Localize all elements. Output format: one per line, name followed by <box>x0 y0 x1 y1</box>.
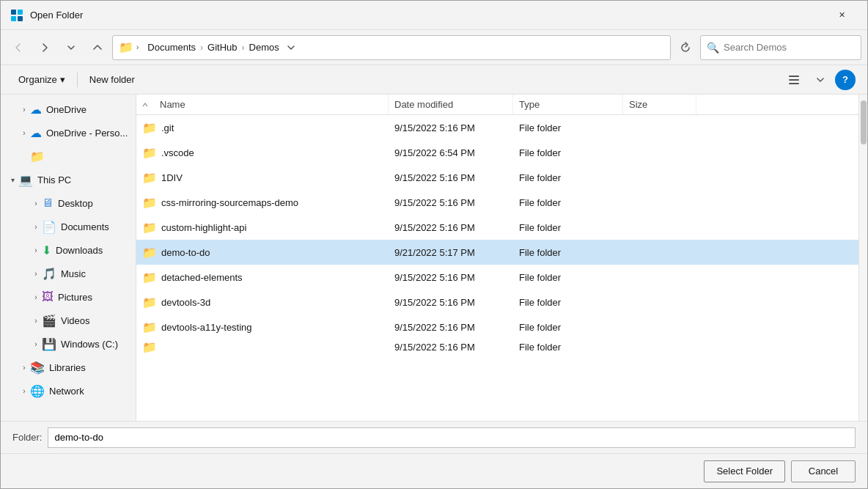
view-options-button[interactable] <box>782 70 806 90</box>
desktop-icon: 🖥 <box>42 196 54 210</box>
file-date-cell: 9/15/2022 5:16 PM <box>389 339 513 354</box>
table-row[interactable]: 📁 devtools-3d 9/15/2022 5:16 PM File fol… <box>136 290 858 315</box>
file-date-cell: 9/15/2022 6:54 PM <box>389 140 513 165</box>
sidebar-item-selected-folder[interactable]: 📁 <box>1 144 136 168</box>
sidebar-item-this-pc[interactable]: ▾ 💻 This PC <box>1 168 136 191</box>
sidebar-label-documents: Documents <box>61 221 109 232</box>
file-size-cell <box>623 339 696 354</box>
table-row[interactable]: 📁 custom-highlight-api 9/15/2022 5:16 PM… <box>136 215 858 240</box>
svg-rect-3 <box>18 16 23 21</box>
file-size-cell <box>623 140 696 165</box>
address-chevron: › <box>136 43 139 51</box>
cancel-button[interactable]: Cancel <box>791 460 856 482</box>
table-row[interactable]: 📁 9/15/2022 5:16 PM File folder <box>136 339 858 354</box>
table-row[interactable]: 📁 devtools-a11y-testing 9/15/2022 5:16 P… <box>136 315 858 339</box>
file-size-cell <box>623 265 696 290</box>
sidebar-label-onedrive-personal: OneDrive - Perso... <box>46 128 128 139</box>
folder-label: Folder: <box>12 432 42 443</box>
table-row[interactable]: 📁 detached-elements 9/15/2022 5:16 PM Fi… <box>136 265 858 290</box>
table-row[interactable]: 📁 demo-to-do 9/21/2022 5:17 PM File fold… <box>136 240 858 265</box>
svg-rect-1 <box>18 10 23 15</box>
file-name-cell: 📁 1DIV <box>136 165 389 190</box>
toolbar-separator <box>77 73 78 87</box>
sidebar-item-pictures[interactable]: › 🖼 Pictures <box>1 285 136 309</box>
refresh-button[interactable] <box>674 36 697 59</box>
sidebar: › ☁ OneDrive › ☁ OneDrive - Perso... 📁 ▾… <box>1 95 136 421</box>
main-content: › ☁ OneDrive › ☁ OneDrive - Perso... 📁 ▾… <box>1 95 867 421</box>
onedrive-icon: ☁ <box>30 103 42 117</box>
table-row[interactable]: 📁 .vscode 9/15/2022 6:54 PM File folder <box>136 140 858 165</box>
close-button[interactable]: ✕ <box>825 4 858 27</box>
column-date-modified[interactable]: Date modified <box>389 95 513 114</box>
breadcrumb-demos[interactable]: Demos <box>249 42 279 53</box>
expand-arrow-windows-c: › <box>30 338 42 350</box>
address-bar[interactable]: 📁 › Documents › GitHub › Demos <box>112 35 671 60</box>
address-folder-icon: 📁 <box>119 40 133 54</box>
folder-icon-sm: 📁 <box>142 295 157 309</box>
expand-arrow-downloads: › <box>30 244 42 256</box>
sidebar-item-onedrive[interactable]: › ☁ OneDrive <box>1 98 136 121</box>
expand-arrow-libraries: › <box>18 361 30 373</box>
column-size[interactable]: Size <box>623 95 696 114</box>
column-name[interactable]: Name <box>154 95 389 114</box>
sidebar-label-pictures: Pictures <box>58 292 92 303</box>
expand-arrow-pictures: › <box>30 291 42 303</box>
sidebar-item-windows-c[interactable]: › 💾 Windows (C:) <box>1 332 136 356</box>
sidebar-item-desktop[interactable]: › 🖥 Desktop <box>1 191 136 215</box>
breadcrumb-documents[interactable]: Documents <box>147 42 196 53</box>
folder-input[interactable] <box>48 427 856 448</box>
table-row[interactable]: 📁 css-mirroring-sourcemaps-demo 9/15/202… <box>136 190 858 215</box>
sidebar-label-desktop: Desktop <box>58 198 93 209</box>
file-size-cell <box>623 215 696 240</box>
forward-button[interactable] <box>33 36 56 59</box>
sidebar-item-network[interactable]: › 🌐 Network <box>1 379 136 402</box>
sidebar-item-downloads[interactable]: › ⬇ Downloads <box>1 238 136 262</box>
sidebar-item-onedrive-personal[interactable]: › ☁ OneDrive - Perso... <box>1 121 136 144</box>
file-list-scroll[interactable]: 📁 .git 9/15/2022 5:16 PM File folder 📁 .… <box>136 115 858 421</box>
this-pc-icon: 💻 <box>18 173 33 187</box>
expand-arrow-selected <box>18 150 30 162</box>
organize-button[interactable]: Organize ▾ <box>12 70 71 90</box>
file-type-cell: File folder <box>513 190 623 215</box>
sidebar-item-videos[interactable]: › 🎬 Videos <box>1 309 136 332</box>
table-row[interactable]: 📁 .git 9/15/2022 5:16 PM File folder <box>136 115 858 140</box>
search-box[interactable]: 🔍 <box>700 35 861 60</box>
help-button[interactable]: ? <box>835 70 856 90</box>
file-size-cell <box>623 165 696 190</box>
documents-icon: 📄 <box>42 220 56 234</box>
expand-arrow-desktop: › <box>30 197 42 209</box>
file-type-cell: File folder <box>513 215 623 240</box>
file-type-cell: File folder <box>513 339 623 354</box>
view-dropdown-button[interactable] <box>809 70 832 90</box>
sidebar-item-documents[interactable]: › 📄 Documents <box>1 215 136 238</box>
address-dropdown-button[interactable] <box>282 37 300 58</box>
folder-icon-sm: 📁 <box>142 245 157 260</box>
select-folder-button[interactable]: Select Folder <box>704 460 785 482</box>
sidebar-item-music[interactable]: › 🎵 Music <box>1 262 136 285</box>
expand-arrow-this-pc: ▾ <box>7 174 18 185</box>
new-folder-button[interactable]: New folder <box>84 70 141 90</box>
breadcrumb-github[interactable]: GitHub <box>207 42 237 53</box>
recent-locations-button[interactable] <box>59 36 83 59</box>
back-button[interactable] <box>7 36 30 59</box>
folder-icon-sm: 📁 <box>142 170 157 185</box>
file-name-cell: 📁 .vscode <box>136 140 389 165</box>
sidebar-item-libraries[interactable]: › 📚 Libraries <box>1 356 136 379</box>
open-folder-dialog: Open Folder ✕ 📁 › Documents › GitHub › D… <box>0 0 868 489</box>
sidebar-label-this-pc: This PC <box>37 174 71 185</box>
folder-icon-sm: 📁 <box>142 120 157 135</box>
file-date-cell: 9/21/2022 5:17 PM <box>389 240 513 265</box>
column-type[interactable]: Type <box>513 95 623 114</box>
folder-icon-sm: 📁 <box>142 270 157 284</box>
search-input[interactable] <box>724 42 855 53</box>
windows-c-icon: 💾 <box>42 337 56 351</box>
folder-icon-sm: 📁 <box>142 220 157 235</box>
file-size-cell <box>623 240 696 265</box>
table-row[interactable]: 📁 1DIV 9/15/2022 5:16 PM File folder <box>136 165 858 190</box>
file-list-header: Name Date modified Type Size <box>136 95 858 115</box>
up-button[interactable] <box>86 36 109 59</box>
file-date-cell: 9/15/2022 5:16 PM <box>389 290 513 315</box>
file-name-cell: 📁 custom-highlight-api <box>136 215 389 240</box>
scrollbar[interactable] <box>858 95 867 421</box>
selected-folder-icon: 📁 <box>30 150 45 163</box>
